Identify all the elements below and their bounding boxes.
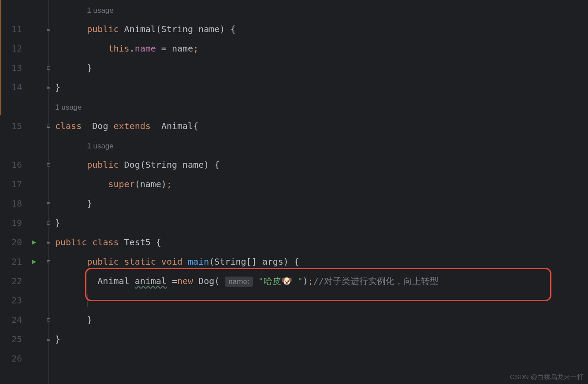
code-line: class Dog extends Animal{ xyxy=(55,116,588,136)
code-line: } xyxy=(55,58,588,78)
code-line: } xyxy=(55,78,588,97)
fold-close-icon[interactable]: ⊟ xyxy=(42,78,55,97)
line-number: 12 xyxy=(0,39,26,58)
highlight-annotation xyxy=(85,268,551,301)
code-area[interactable]: 1 usage public Animal(String name) { thi… xyxy=(55,0,588,384)
code-line: public Animal(String name) { xyxy=(55,19,588,39)
line-number: 20 xyxy=(0,233,26,252)
code-line: } xyxy=(55,329,588,349)
fold-open-icon[interactable]: ⊟ xyxy=(42,19,55,39)
fold-open-icon[interactable]: ⊟ xyxy=(42,155,55,174)
line-number: 13 xyxy=(0,58,26,78)
fold-open-icon[interactable]: ⊟ xyxy=(42,233,55,252)
line-number-gutter: 11 12 13 14 15 16 17 18 19 20 21 22 23 2… xyxy=(0,0,26,384)
code-line: this.name = name; xyxy=(55,39,588,58)
watermark-text: CSDN @白桃乌龙来一打 xyxy=(510,373,584,381)
fold-open-icon[interactable]: ⊟ xyxy=(42,116,55,136)
line-number: 21 xyxy=(0,252,26,271)
usage-hint[interactable]: 1 usage xyxy=(87,142,114,150)
fold-close-icon[interactable]: ⊟ xyxy=(42,329,55,349)
line-number xyxy=(0,136,26,155)
code-line: public Dog(String name) { xyxy=(55,155,588,174)
line-number xyxy=(0,97,26,116)
fold-open-icon[interactable]: ⊟ xyxy=(42,252,55,271)
code-line: } xyxy=(55,310,588,329)
line-number: 15 xyxy=(0,116,26,136)
line-number xyxy=(0,0,26,19)
line-number: 18 xyxy=(0,194,26,213)
line-number: 19 xyxy=(0,213,26,233)
line-number: 22 xyxy=(0,271,26,291)
line-number: 25 xyxy=(0,329,26,349)
fold-gutter: ⊟ ⊟ ⊟ ⊟ ⊟ ⊟ ⊟ ⊟ ⊟ ⊟ ⊟ xyxy=(42,0,55,384)
fold-close-icon[interactable]: ⊟ xyxy=(42,194,55,213)
code-line: super(name); xyxy=(55,174,588,194)
line-number: 24 xyxy=(0,310,26,329)
run-gutter: ▶ ▶ xyxy=(26,0,42,384)
fold-close-icon[interactable]: ⊟ xyxy=(42,310,55,329)
line-number: 26 xyxy=(0,349,26,368)
code-editor[interactable]: 11 12 13 14 15 16 17 18 19 20 21 22 23 2… xyxy=(0,0,588,384)
line-number: 17 xyxy=(0,174,26,194)
usage-hint[interactable]: 1 usage xyxy=(55,103,82,111)
line-number: 23 xyxy=(0,291,26,310)
line-number: 14 xyxy=(0,78,26,97)
code-line: public class Test5 { xyxy=(55,233,588,252)
code-line: } xyxy=(55,213,588,233)
code-line: 1 usage xyxy=(55,136,588,155)
fold-close-icon[interactable]: ⊟ xyxy=(42,58,55,78)
code-line xyxy=(55,349,588,368)
line-number: 16 xyxy=(0,155,26,174)
run-class-icon[interactable]: ▶ xyxy=(26,233,42,252)
usage-hint[interactable]: 1 usage xyxy=(87,6,114,15)
run-method-icon[interactable]: ▶ xyxy=(26,252,42,271)
code-line: 1 usage xyxy=(55,97,588,116)
code-line: 1 usage xyxy=(55,0,588,19)
code-line: } xyxy=(55,194,588,213)
line-number: 11 xyxy=(0,19,26,39)
fold-close-icon[interactable]: ⊟ xyxy=(42,213,55,233)
